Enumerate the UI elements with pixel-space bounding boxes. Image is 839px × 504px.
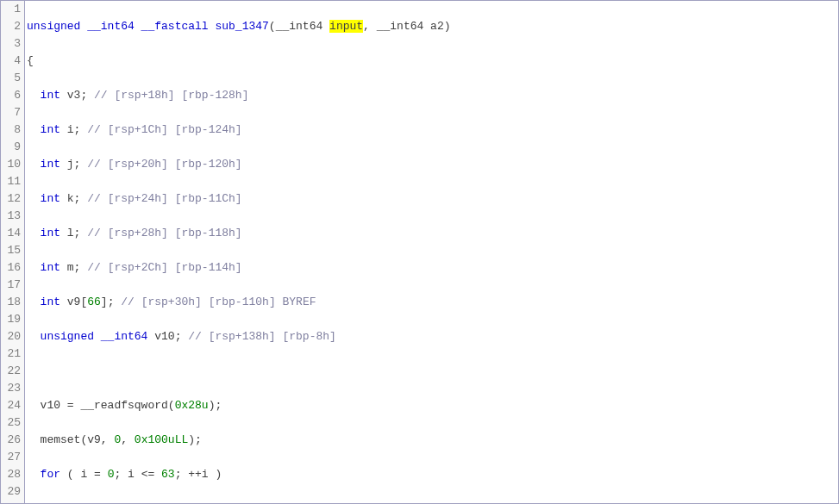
code-text: ; i <= [114, 468, 161, 481]
line-number: 22 [1, 363, 21, 380]
type-keyword: int [27, 89, 60, 102]
line-number: 18 [1, 294, 21, 311]
line-number: 4 [1, 53, 21, 70]
function-name: sub_1347 [215, 20, 268, 33]
type-keyword: unsigned __int64 [27, 330, 147, 343]
code-line[interactable]: int i; // [rsp+1Ch] [rbp-124h] [27, 121, 838, 139]
code-text: ); [188, 433, 202, 446]
line-number: 16 [1, 259, 21, 277]
line-number: 9 [1, 139, 21, 156]
code-text: memset(v9, [27, 433, 114, 446]
code-line[interactable]: int k; // [rsp+24h] [rbp-11Ch] [27, 190, 838, 208]
code-line[interactable]: unsigned __int64 __fastcall sub_1347(__i… [27, 18, 838, 35]
number-literal: 66 [87, 296, 101, 308]
code-text: ]; [101, 296, 121, 308]
type-keyword: int [27, 123, 60, 136]
line-number: 15 [1, 242, 21, 259]
highlighted-identifier: input [329, 20, 363, 33]
code-text: ; ++i ) [175, 468, 222, 481]
line-number: 3 [1, 35, 21, 53]
line-number: 12 [1, 190, 21, 208]
code-text: j; [60, 158, 87, 171]
type-keyword: unsigned __int64 __fastcall [27, 20, 215, 33]
code-text: , [121, 433, 135, 446]
keyword: for [27, 468, 60, 481]
line-number: 2 [1, 18, 21, 35]
code-line[interactable]: int m; // [rsp+2Ch] [rbp-114h] [27, 259, 838, 277]
line-number: 25 [1, 414, 21, 432]
comment: // [rsp+20h] [rbp-120h] [87, 158, 241, 171]
comment: // [rsp+138h] [rbp-8h] [188, 330, 336, 343]
type-keyword: int [27, 158, 60, 171]
type-keyword: int [27, 227, 60, 240]
number-literal: 0x28u [175, 399, 209, 412]
line-number: 5 [1, 70, 21, 87]
line-number-gutter: 1 2 3 4 5 6 7 8 9 10 11 12 13 14 15 16 1… [1, 1, 25, 503]
code-line[interactable]: int v9[66]; // [rsp+30h] [rbp-110h] BYRE… [27, 294, 838, 311]
line-number: 7 [1, 104, 21, 121]
comment: // [rsp+28h] [rbp-118h] [87, 227, 241, 240]
line-number: 11 [1, 173, 21, 190]
line-number: 26 [1, 432, 21, 449]
line-number: 10 [1, 156, 21, 173]
line-number: 1 [1, 1, 21, 18]
code-text: ( i = [60, 468, 108, 481]
code-line[interactable] [27, 363, 838, 380]
comment: // [rsp+18h] [rbp-128h] [94, 89, 248, 102]
comment: // [rsp+2Ch] [rbp-114h] [87, 261, 241, 274]
code-editor[interactable]: 1 2 3 4 5 6 7 8 9 10 11 12 13 14 15 16 1… [0, 0, 839, 504]
line-number: 27 [1, 449, 21, 466]
type-keyword: int [27, 261, 60, 274]
code-text: v10 = __readfsqword( [27, 399, 175, 412]
code-text: i; [60, 123, 87, 136]
code-area[interactable]: unsigned __int64 __fastcall sub_1347(__i… [25, 1, 838, 503]
code-line[interactable]: v10 = __readfsqword(0x28u); [27, 397, 838, 414]
line-number: 6 [1, 87, 21, 104]
line-number: 8 [1, 121, 21, 139]
line-number: 28 [1, 466, 21, 483]
line-number: 19 [1, 311, 21, 328]
code-text: v10; [147, 330, 188, 343]
code-text: k; [60, 192, 87, 205]
line-number: 24 [1, 397, 21, 414]
code-text: v3; [60, 89, 94, 102]
code-text: l; [60, 227, 87, 240]
number-literal: 0x100uLL [135, 433, 188, 446]
code-line[interactable]: { [27, 53, 838, 70]
code-text: v9[ [60, 296, 87, 308]
code-line[interactable]: for ( i = 0; i <= 63; ++i ) [27, 466, 838, 483]
line-number: 21 [1, 345, 21, 363]
comment: // [rsp+24h] [rbp-11Ch] [87, 192, 241, 205]
code-line[interactable]: int j; // [rsp+20h] [rbp-120h] [27, 156, 838, 173]
code-line[interactable]: int v3; // [rsp+18h] [rbp-128h] [27, 87, 838, 104]
code-text: m; [60, 261, 87, 274]
code-line[interactable]: int l; // [rsp+28h] [rbp-118h] [27, 225, 838, 242]
line-number: 20 [1, 328, 21, 345]
code-text: ); [209, 399, 222, 412]
type-keyword: int [27, 296, 60, 308]
comment: // [rsp+30h] [rbp-110h] BYREF [121, 296, 316, 308]
line-number: 23 [1, 380, 21, 397]
number-literal: 63 [161, 468, 175, 481]
line-number: 29 [1, 483, 21, 501]
code-line[interactable]: { [27, 501, 838, 503]
comment: // [rsp+1Ch] [rbp-124h] [87, 123, 241, 136]
code-line[interactable]: unsigned __int64 v10; // [rsp+138h] [rbp… [27, 328, 838, 345]
type-keyword: int [27, 192, 60, 205]
code-line[interactable]: memset(v9, 0, 0x100uLL); [27, 432, 838, 449]
line-number: 17 [1, 277, 21, 294]
line-number: 13 [1, 208, 21, 225]
code-text: , __int64 a2) [363, 20, 450, 33]
code-text: (__int64 [269, 20, 329, 33]
line-number: 14 [1, 225, 21, 242]
